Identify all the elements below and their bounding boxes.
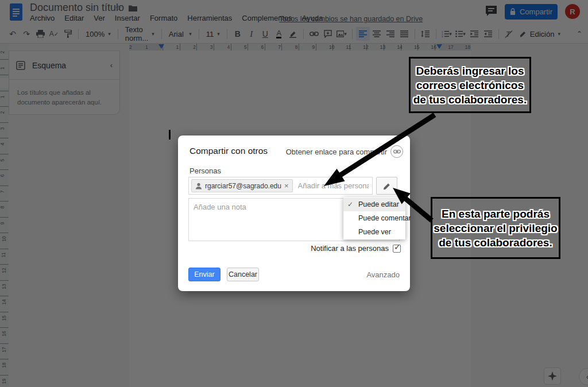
permission-option-puede-ver[interactable]: Puede ver (343, 225, 405, 239)
callout-text-line: Deberás ingresar los (416, 64, 524, 78)
permission-option-label: Puede ver (358, 228, 391, 236)
permission-selector-button[interactable] (376, 177, 397, 195)
check-icon: ✓ (394, 242, 401, 251)
callout-text-line: En esta parte podrás (442, 207, 550, 221)
permission-option-label: Puede comentar (358, 214, 411, 222)
dialog-title: Compartir con otros (189, 146, 268, 156)
callout-enter-emails: Deberás ingresar loscorreos electrónicos… (409, 57, 531, 113)
recipient-email: rgarciar57@sagrado.edu (205, 182, 281, 190)
share-dialog: Compartir con otros Obtener enlace para … (178, 136, 410, 291)
notify-people-row: Notificar a las personas ✓ (311, 244, 401, 253)
advanced-link[interactable]: Avanzado (366, 270, 400, 279)
person-icon (195, 183, 202, 189)
callout-text-line: de tus colaboradores. (439, 235, 552, 250)
notify-checkbox[interactable]: ✓ (393, 245, 401, 253)
get-link-label: Obtener enlace para compartir (286, 148, 387, 156)
notify-label: Notificar a las personas (311, 244, 389, 253)
people-label: Personas (189, 167, 221, 175)
link-icon (390, 145, 403, 158)
permission-menu: ✓Puede editarPuede comentarPuede ver (343, 197, 405, 239)
remove-recipient-icon[interactable]: × (284, 182, 289, 189)
permission-option-puede-comentar[interactable]: Puede comentar (343, 211, 405, 225)
send-button[interactable]: Enviar (188, 268, 220, 281)
callout-text-line: correos electrónicos (416, 78, 524, 92)
callout-select-privilege: En esta parte podrásseleccionar el privi… (431, 197, 560, 259)
permission-option-label: Puede editar (358, 200, 399, 208)
callout-text-line: de tus colaboradores. (413, 92, 527, 107)
get-shareable-link[interactable]: Obtener enlace para compartir (286, 145, 403, 158)
pencil-icon (383, 182, 391, 190)
callout-text-line: seleccionar el privilegio (434, 221, 557, 235)
recipient-chip[interactable]: rgarciar57@sagrado.edu × (191, 179, 293, 192)
add-people-input[interactable] (293, 181, 370, 191)
cancel-button[interactable]: Cancelar (227, 268, 259, 281)
recipients-field[interactable]: rgarciar57@sagrado.edu × (188, 177, 373, 195)
permission-option-puede-editar[interactable]: ✓Puede editar (343, 198, 405, 211)
google-docs-window: Documento sin título ☆ ArchivoEditarVerI… (0, 0, 588, 387)
check-icon: ✓ (347, 200, 353, 208)
